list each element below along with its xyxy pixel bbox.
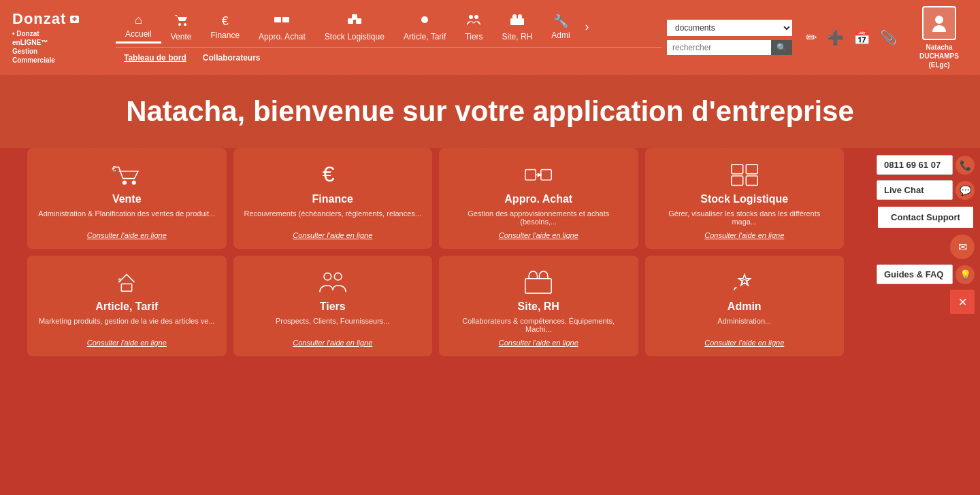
- close-button[interactable]: ✕: [950, 290, 975, 314]
- card-stock-link[interactable]: Consulter l'aide en ligne: [704, 231, 784, 239]
- logo-name: Donzat: [12, 10, 66, 28]
- live-chat-label: Live Chat: [877, 180, 953, 200]
- svg-point-1: [184, 23, 186, 26]
- card-vente-title: Vente: [112, 193, 142, 205]
- card-tiers-title: Tiers: [320, 301, 346, 313]
- main-content: € Vente Administration & Planification d…: [0, 148, 980, 370]
- search-input[interactable]: [667, 40, 771, 55]
- card-vente-desc: Administration & Planification des vente…: [38, 209, 215, 226]
- guides-row: Guides & FAQ 💡: [877, 264, 975, 284]
- site-icon: [509, 13, 525, 30]
- nav-item-admin[interactable]: 🔧 Admi: [542, 11, 579, 43]
- nav-top: ⌂ Accueil Vente € Finance Appro. Achat: [116, 10, 662, 47]
- tiers-card-icon: [317, 269, 348, 296]
- sidebar-panel: 0811 69 61 07 📞 Live Chat 💬 Contact Supp…: [871, 148, 980, 370]
- card-article-title: Article, Tarif: [95, 301, 158, 313]
- user-name: NatachaDUCHAMPS(ELgc): [919, 43, 959, 69]
- mail-icon[interactable]: ✉: [950, 235, 975, 259]
- card-article-link[interactable]: Consulter l'aide en ligne: [87, 339, 167, 347]
- card-admin-desc: Administration...: [717, 317, 771, 333]
- card-vente-link[interactable]: Consulter l'aide en ligne: [87, 231, 167, 239]
- nav-sub-tableau[interactable]: Tableau de bord: [116, 50, 195, 65]
- nav-more-btn[interactable]: ›: [580, 17, 595, 37]
- nav-area: ⌂ Accueil Vente € Finance Appro. Achat: [116, 10, 662, 65]
- article-icon: [416, 13, 433, 30]
- nav-item-article[interactable]: Article, Tarif: [394, 10, 455, 44]
- guides-label: Guides & FAQ: [877, 264, 953, 284]
- card-stock[interactable]: Stock Logistique Gérer, visualiser les s…: [645, 148, 845, 249]
- chat-icon[interactable]: 💬: [956, 181, 975, 200]
- finance-card-icon: €: [317, 162, 348, 189]
- phone-icon[interactable]: 📞: [956, 156, 975, 175]
- search-button[interactable]: 🔍: [771, 40, 792, 55]
- card-site-title: Site, RH: [518, 301, 559, 313]
- pin-icon[interactable]: 📎: [877, 27, 900, 48]
- svg-text:€: €: [112, 165, 116, 173]
- card-tiers[interactable]: Tiers Prospects, Clients, Fournisseurs..…: [233, 256, 433, 356]
- logo-badge: ✤: [70, 16, 79, 23]
- calendar-icon[interactable]: 📅: [851, 27, 873, 48]
- nav-item-tiers[interactable]: Tiers: [455, 10, 492, 44]
- svg-point-24: [324, 273, 331, 280]
- card-appro-link[interactable]: Consulter l'aide en ligne: [499, 231, 578, 239]
- card-appro-desc: Gestion des approvisionnements et achats…: [450, 209, 627, 226]
- svg-rect-3: [282, 17, 289, 22]
- card-article[interactable]: € Article, Tarif Marketing produits, ges…: [27, 256, 227, 356]
- svg-rect-19: [746, 165, 757, 174]
- logo-top: Donzat ✤: [12, 10, 79, 28]
- svg-point-25: [334, 273, 342, 280]
- nav-sub-collaborateurs[interactable]: Collaborateurs: [195, 50, 269, 65]
- card-vente[interactable]: € Vente Administration & Planification d…: [27, 148, 227, 249]
- edit-icon[interactable]: ✏: [803, 27, 820, 48]
- card-admin-title: Admin: [728, 301, 762, 313]
- nav-item-site[interactable]: Site, RH: [493, 10, 542, 44]
- svg-point-11: [935, 16, 943, 24]
- admin-icon: 🔧: [553, 14, 568, 29]
- svg-rect-26: [525, 279, 551, 293]
- nav-item-stock[interactable]: Stock Logistique: [315, 10, 394, 44]
- phone-number: 0811 69 61 07: [877, 155, 953, 175]
- svg-rect-6: [352, 14, 357, 20]
- card-finance-link[interactable]: Consulter l'aide en ligne: [293, 231, 372, 239]
- card-finance-title: Finance: [312, 193, 353, 205]
- svg-text:€: €: [322, 162, 334, 186]
- svg-rect-17: [541, 169, 551, 180]
- nav-item-vente[interactable]: Vente: [161, 10, 201, 44]
- hero-section: Natacha, bienvenue sur votre application…: [0, 75, 980, 148]
- nav-sub: Tableau de bord Collaborateurs: [116, 47, 662, 65]
- card-appro-title: Appro. Achat: [504, 193, 572, 205]
- card-site[interactable]: Site, RH Collaborateurs & compétences. É…: [439, 256, 638, 356]
- cards-row-1: € Vente Administration & Planification d…: [27, 148, 844, 249]
- svg-rect-2: [274, 17, 281, 22]
- vente-icon: [173, 13, 189, 30]
- hero-title: Natacha, bienvenue sur votre application…: [41, 95, 939, 128]
- guides-icon[interactable]: 💡: [956, 265, 975, 284]
- appro-icon: [274, 13, 290, 30]
- phone-row: 0811 69 61 07 📞: [877, 155, 975, 175]
- contact-support-button[interactable]: Contact Support: [877, 205, 975, 229]
- card-admin[interactable]: Admin Administration... Consulter l'aide…: [645, 256, 845, 356]
- card-admin-link[interactable]: Consulter l'aide en ligne: [704, 339, 784, 347]
- add-icon[interactable]: ➕: [824, 27, 847, 48]
- card-site-desc: Collaborateurs & compétences. Équipement…: [450, 317, 627, 333]
- svg-rect-18: [732, 165, 743, 174]
- tiers-icon: [466, 13, 482, 30]
- nav-item-accueil[interactable]: ⌂ Accueil: [116, 10, 161, 44]
- nav-item-appro[interactable]: Appro. Achat: [249, 10, 315, 44]
- card-site-link[interactable]: Consulter l'aide en ligne: [499, 339, 578, 347]
- card-appro[interactable]: Appro. Achat Gestion des approvisionneme…: [439, 148, 638, 249]
- svg-rect-10: [510, 18, 524, 25]
- svg-rect-22: [122, 284, 132, 291]
- user-area[interactable]: NatachaDUCHAMPS(ELgc): [905, 1, 973, 75]
- svg-point-13: [132, 181, 136, 185]
- avatar: [922, 6, 956, 40]
- svg-point-7: [421, 16, 428, 23]
- svg-point-12: [122, 181, 127, 185]
- card-finance[interactable]: € Finance Recouvrements (échéanciers, rè…: [233, 148, 433, 249]
- svg-point-9: [474, 15, 478, 19]
- nav-item-finance[interactable]: € Finance: [201, 12, 249, 43]
- card-tiers-link[interactable]: Consulter l'aide en ligne: [293, 339, 372, 347]
- site-card-icon: [523, 269, 554, 296]
- stock-icon: [346, 13, 363, 30]
- search-select[interactable]: documents: [667, 20, 792, 36]
